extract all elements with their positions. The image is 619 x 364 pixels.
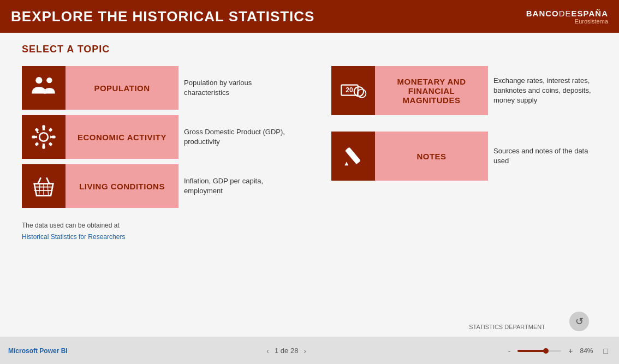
svg-rect-5 xyxy=(32,135,35,138)
notes-icon-box xyxy=(331,132,375,181)
svg-rect-6 xyxy=(52,135,56,138)
bank-sub: Eurosistema xyxy=(526,18,608,25)
topic-grid: POPULATION Population by various charact… xyxy=(22,66,597,208)
economic-description: Gross Domestic Product (GDP), productivi… xyxy=(178,115,288,159)
svg-point-18 xyxy=(354,87,364,96)
page-navigation: ‹ 1 de 28 › xyxy=(266,347,306,355)
economic-icon-box xyxy=(22,115,66,159)
economic-label: ECONOMIC ACTIVITY xyxy=(78,133,166,142)
notes-label-box: NOTES xyxy=(375,132,488,181)
economic-label-box: ECONOMIC ACTIVITY xyxy=(66,115,178,159)
zoom-thumb xyxy=(543,348,549,354)
stats-dept-label: STATISTICS DEPARTMENT xyxy=(469,324,545,330)
living-description: Inflation, GDP per capita, employment xyxy=(178,164,288,208)
zoom-slider-container xyxy=(517,350,561,352)
right-column: 20 MONETARY AND FINANCIAL MAGNITUDES Exc… xyxy=(331,66,597,208)
prev-page-button[interactable]: ‹ xyxy=(266,347,269,355)
section-title: SELECT A TOPIC xyxy=(22,44,597,55)
living-label: LIVING CONDITIONS xyxy=(79,182,165,191)
left-column: POPULATION Population by various charact… xyxy=(22,66,288,208)
population-row[interactable]: POPULATION Population by various charact… xyxy=(22,66,288,110)
basket-icon xyxy=(29,172,58,200)
back-button[interactable]: ↺ xyxy=(569,312,589,331)
power-bi-link[interactable]: Microsoft Power BI xyxy=(8,347,68,355)
header: BEXPLORE THE HISTORICAL STATISTICS BANCO… xyxy=(0,0,619,33)
bank-logo: BANCODEESPAÑA Eurosistema xyxy=(526,9,608,25)
title-bold: BE xyxy=(11,8,32,25)
svg-rect-7 xyxy=(34,128,39,132)
zoom-controls: - + 84% □ xyxy=(505,345,611,356)
living-icon-box xyxy=(22,164,66,208)
notes-description: Sources and notes of the data used xyxy=(488,132,597,181)
svg-rect-10 xyxy=(49,142,53,146)
population-label: POPULATION xyxy=(94,83,150,93)
bank-name: BANCODEESPAÑA xyxy=(526,9,608,18)
svg-point-0 xyxy=(35,77,42,83)
living-label-box: LIVING CONDITIONS xyxy=(66,164,178,208)
app-title: BEXPLORE THE HISTORICAL STATISTICS xyxy=(11,8,314,25)
page-info: 1 de 28 xyxy=(275,347,298,355)
bottom-bar: Microsoft Power BI ‹ 1 de 28 › - + 84% □ xyxy=(0,337,619,364)
svg-point-1 xyxy=(46,77,52,83)
gear-icon xyxy=(29,123,58,151)
svg-rect-4 xyxy=(42,145,45,149)
footer-link[interactable]: Historical Statistics for Researchers xyxy=(22,233,125,241)
population-label-box: POPULATION xyxy=(66,66,178,110)
living-conditions-row[interactable]: LIVING CONDITIONS Inflation, GDP per cap… xyxy=(22,164,288,208)
monetary-icon-box: 20 xyxy=(331,66,375,115)
monetary-description: Exchange rates, interest rates, banknote… xyxy=(488,66,597,115)
population-description: Population by various characteristics xyxy=(178,66,288,110)
svg-line-13 xyxy=(39,184,40,196)
zoom-plus-button[interactable]: + xyxy=(566,345,575,356)
monetary-label: MONETARY AND FINANCIAL MAGNITUDES xyxy=(383,77,480,105)
economic-activity-row[interactable]: ECONOMIC ACTIVITY Gross Domestic Product… xyxy=(22,115,288,159)
notes-label: NOTES xyxy=(416,152,446,161)
title-rest: XPLORE THE HISTORICAL STATISTICS xyxy=(32,8,314,25)
svg-marker-21 xyxy=(344,162,348,165)
svg-text:20: 20 xyxy=(346,86,353,94)
monetary-row[interactable]: 20 MONETARY AND FINANCIAL MAGNITUDES Exc… xyxy=(331,66,597,115)
svg-rect-8 xyxy=(49,128,53,132)
content-area: SELECT A TOPIC xyxy=(0,33,619,337)
svg-rect-3 xyxy=(42,125,45,129)
pencil-icon xyxy=(339,142,367,170)
spacer xyxy=(331,121,597,126)
svg-line-15 xyxy=(47,184,49,196)
svg-rect-9 xyxy=(34,142,39,146)
population-icon-box xyxy=(22,66,66,110)
monetary-label-box: MONETARY AND FINANCIAL MAGNITUDES xyxy=(375,66,488,115)
notes-row[interactable]: NOTES Sources and notes of the data used xyxy=(331,132,597,181)
svg-point-2 xyxy=(39,133,48,141)
footer-text: The data used can be obtained at xyxy=(22,222,597,229)
main-panel: SELECT A TOPIC xyxy=(0,33,619,337)
fit-page-button[interactable]: □ xyxy=(601,345,611,356)
next-page-button[interactable]: › xyxy=(303,347,306,355)
zoom-minus-button[interactable]: - xyxy=(505,345,514,356)
zoom-percent-label: 84% xyxy=(580,347,597,355)
footer-content: The data used can be obtained at Histori… xyxy=(22,216,597,241)
zoom-slider[interactable] xyxy=(517,350,561,352)
money-icon: 20 xyxy=(339,76,367,105)
svg-point-19 xyxy=(358,89,366,98)
svg-rect-20 xyxy=(345,147,361,164)
population-icon xyxy=(29,74,58,102)
